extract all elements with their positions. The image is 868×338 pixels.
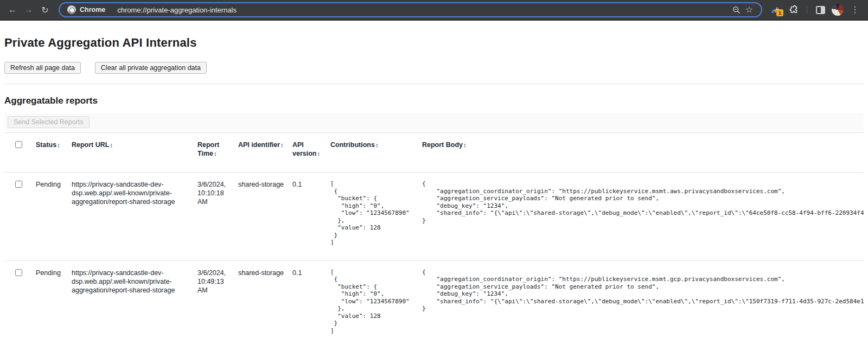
chrome-scheme-chip[interactable]: Chrome — [65, 4, 110, 15]
row-checkbox[interactable] — [15, 181, 22, 188]
report-url-cell: https://privacy-sandcastle-dev-dsp.web.a… — [72, 173, 197, 261]
avatar — [832, 4, 844, 16]
reports-table: Status↕ Report URL↕ Report Time↕ API ide… — [4, 132, 864, 338]
browser-menu-icon[interactable]: ⋮ — [847, 2, 863, 17]
back-icon[interactable]: ← — [5, 3, 20, 17]
side-panel-icon[interactable] — [813, 2, 828, 17]
sort-icon: ↕ — [110, 142, 113, 148]
table-toolbar: Send Selected Reports — [4, 113, 864, 130]
column-header-contributions[interactable]: Contributions↕ — [330, 133, 422, 173]
contributions-json: [ { "bucket": { "high": "0", "low": "123… — [330, 269, 416, 335]
address-bar[interactable]: Chrome chrome://private-aggregation-inte… — [59, 2, 762, 17]
url-text[interactable]: chrome://private-aggregation-internals — [117, 6, 730, 14]
status-cell: Pending — [36, 260, 72, 338]
profile-avatar[interactable] — [830, 2, 845, 17]
report-body-cell: { "aggregation_coordinator_origin": "htt… — [422, 260, 864, 338]
contributions-cell: [ { "bucket": { "high": "0", "low": "123… — [330, 260, 422, 338]
column-header-api-identifier[interactable]: API identifier↕ — [238, 133, 292, 173]
section-divider — [4, 84, 864, 84]
refresh-all-button[interactable]: Refresh all page data — [4, 62, 81, 74]
page-title: Private Aggregation API Internals — [4, 36, 864, 50]
column-header-status[interactable]: Status↕ — [36, 133, 72, 173]
column-header-report-url[interactable]: Report URL↕ — [72, 133, 197, 173]
row-select-cell — [4, 260, 36, 338]
contributions-json: [ { "bucket": { "high": "0", "low": "123… — [330, 180, 416, 246]
chrome-logo-icon — [67, 5, 76, 14]
chrome-chip-label: Chrome — [80, 6, 105, 14]
sort-icon: ↕ — [375, 142, 379, 148]
report-url-cell: https://privacy-sandcastle-dev-dsp.web.a… — [72, 260, 197, 338]
report-time-cell: 3/6/2024, 10:49:13 AM — [197, 260, 238, 338]
api-identifier-cell: shared-storage — [238, 260, 292, 338]
select-all-checkbox[interactable] — [15, 141, 22, 148]
row-checkbox[interactable] — [15, 269, 22, 276]
sort-icon: ↕ — [463, 142, 467, 148]
report-body-cell: { "aggregation_coordinator_origin": "htt… — [422, 173, 864, 261]
api-version-cell: 0.1 — [292, 260, 330, 338]
table-row: Pending https://privacy-sandcastle-dev-d… — [4, 260, 864, 338]
api-version-cell: 0.1 — [292, 173, 330, 261]
sort-icon: ↕ — [317, 150, 320, 157]
column-header-report-body[interactable]: Report Body↕ — [422, 133, 864, 173]
toolbar-divider — [807, 5, 807, 14]
row-select-cell — [4, 173, 36, 261]
clear-all-button[interactable]: Clear all private aggregation data — [95, 62, 207, 74]
extensions-puzzle-icon[interactable] — [786, 2, 801, 17]
report-time-cell: 3/6/2024, 10:10:18 AM — [197, 173, 238, 261]
table-row: Pending https://privacy-sandcastle-dev-d… — [4, 173, 864, 261]
browser-toolbar: ← → ↻ Chrome chrome://private-aggregatio… — [0, 0, 868, 21]
scissors-extension-icon[interactable]: ✂ 1 — [769, 2, 784, 17]
bookmark-star-icon[interactable]: ☆ — [743, 3, 756, 16]
forward-icon[interactable]: → — [22, 3, 36, 17]
contributions-cell: [ { "bucket": { "high": "0", "low": "123… — [330, 173, 422, 261]
column-header-report-time[interactable]: Report Time↕ — [197, 133, 238, 173]
select-all-cell — [4, 133, 36, 173]
reload-icon[interactable]: ↻ — [38, 3, 52, 17]
section-heading: Aggregatable reports — [4, 95, 864, 106]
search-icon[interactable] — [730, 3, 743, 16]
sort-icon: ↕ — [214, 150, 217, 157]
status-cell: Pending — [36, 173, 72, 261]
column-header-api-version[interactable]: API version↕ — [292, 133, 330, 173]
page-content: Private Aggregation API Internals Refres… — [0, 36, 868, 338]
api-identifier-cell: shared-storage — [238, 173, 292, 261]
extension-badge: 1 — [776, 9, 783, 16]
send-selected-reports-button[interactable]: Send Selected Reports — [8, 116, 90, 128]
report-body-json: { "aggregation_coordinator_origin": "htt… — [422, 180, 857, 224]
top-actions: Refresh all page data Clear all private … — [4, 62, 864, 74]
sort-icon: ↕ — [280, 142, 284, 148]
report-body-json: { "aggregation_coordinator_origin": "htt… — [422, 269, 857, 313]
sort-icon: ↕ — [57, 142, 60, 148]
scissors-blue-dot — [771, 11, 774, 13]
table-header-row: Status↕ Report URL↕ Report Time↕ API ide… — [4, 133, 864, 173]
